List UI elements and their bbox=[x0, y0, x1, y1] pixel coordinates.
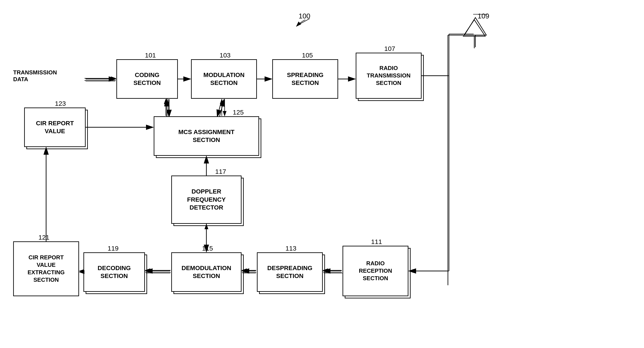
ref-101: 101 bbox=[145, 51, 156, 59]
svg-line-18 bbox=[220, 100, 224, 116]
doppler-block: DOPPLERFREQUENCYDETECTOR bbox=[171, 176, 242, 224]
ref-109: 109 bbox=[478, 12, 489, 20]
svg-line-19 bbox=[217, 100, 222, 116]
ref-111: 111 bbox=[371, 238, 382, 246]
ref-123: 123 bbox=[55, 100, 66, 107]
modulation-section-block: MODULATIONSECTION bbox=[191, 59, 257, 99]
ref-117: 117 bbox=[215, 168, 226, 175]
spreading-section-block: SPREADINGSECTION bbox=[272, 59, 338, 99]
svg-marker-11 bbox=[463, 20, 485, 36]
ref-125: 125 bbox=[233, 109, 244, 116]
decoding-block: DECODINGSECTION bbox=[84, 252, 145, 292]
mcs-section-block: MCS ASSIGNMENTSECTION bbox=[154, 116, 259, 156]
ref-113: 113 bbox=[286, 245, 296, 252]
ref-119: 119 bbox=[108, 245, 118, 252]
cir-report-block: CIR REPORTVALUE bbox=[24, 107, 86, 147]
ref-115: 115 bbox=[202, 245, 213, 252]
demodulation-block: DEMODULATIONSECTION bbox=[171, 252, 242, 292]
ref-105: 105 bbox=[302, 51, 313, 59]
ref-107: 107 bbox=[384, 45, 395, 52]
ref-121: 121 bbox=[38, 234, 50, 241]
radio-rx-block: RADIORECEPTIONSECTION bbox=[342, 246, 408, 296]
diagram-svg bbox=[0, 0, 644, 348]
ref-100: 100 bbox=[298, 12, 310, 20]
despreading-block: DESPREADINGSECTION bbox=[257, 252, 323, 292]
ref-103: 103 bbox=[220, 51, 230, 59]
cir-extract-block: CIR REPORTVALUEEXTRACTINGSECTION bbox=[13, 241, 79, 296]
transmission-data-label: TRANSMISSIONDATA bbox=[13, 69, 57, 83]
radio-tx-section-block: RADIOTRANSMISSIONSECTION bbox=[356, 53, 422, 99]
coding-section-block: CODINGSECTION bbox=[116, 59, 178, 99]
